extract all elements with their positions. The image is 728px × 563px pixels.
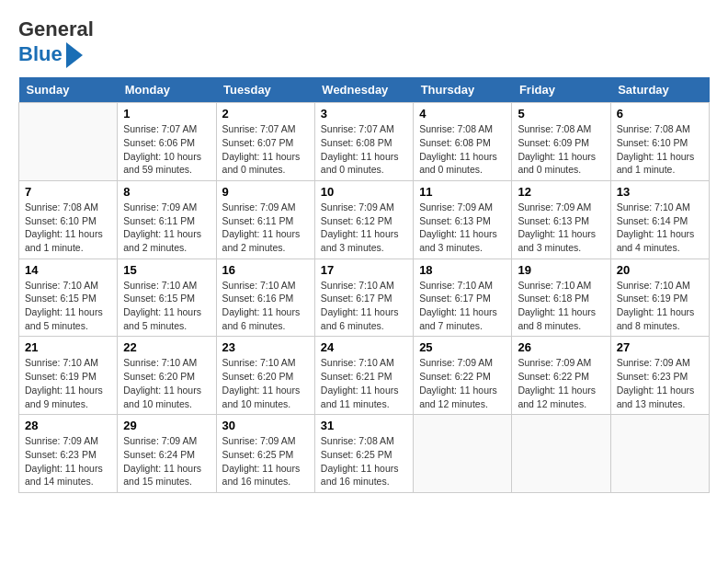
calendar-cell: 31Sunrise: 7:08 AMSunset: 6:25 PMDayligh… [314,415,413,493]
week-row-3: 14Sunrise: 7:10 AMSunset: 6:15 PMDayligh… [19,259,710,337]
weekday-header-monday: Monday [118,77,216,103]
day-info: Sunrise: 7:09 AMSunset: 6:22 PMDaylight:… [518,356,604,410]
calendar-cell: 23Sunrise: 7:10 AMSunset: 6:20 PMDayligh… [216,337,314,415]
day-number: 15 [123,263,210,277]
day-number: 22 [123,340,210,354]
calendar-cell [512,415,610,493]
week-row-5: 28Sunrise: 7:09 AMSunset: 6:23 PMDayligh… [19,415,710,493]
calendar-cell [19,103,118,181]
day-info: Sunrise: 7:09 AMSunset: 6:11 PMDaylight:… [123,201,210,255]
calendar-cell: 18Sunrise: 7:10 AMSunset: 6:17 PMDayligh… [414,259,512,337]
weekday-header-wednesday: Wednesday [314,77,413,103]
day-info: Sunrise: 7:07 AMSunset: 6:06 PMDaylight:… [123,122,210,177]
calendar-cell: 17Sunrise: 7:10 AMSunset: 6:17 PMDayligh… [314,259,413,337]
calendar-cell: 2Sunrise: 7:07 AMSunset: 6:07 PMDaylight… [216,103,314,181]
day-info: Sunrise: 7:10 AMSunset: 6:15 PMDaylight:… [25,279,111,333]
day-info: Sunrise: 7:10 AMSunset: 6:19 PMDaylight:… [25,356,111,410]
calendar-cell: 1Sunrise: 7:07 AMSunset: 6:06 PMDaylight… [118,103,216,181]
calendar-cell: 5Sunrise: 7:08 AMSunset: 6:09 PMDaylight… [512,103,610,181]
day-number: 30 [222,419,309,432]
day-info: Sunrise: 7:09 AMSunset: 6:12 PMDaylight:… [321,201,407,255]
day-number: 4 [419,107,506,121]
day-number: 20 [617,263,703,277]
day-number: 26 [518,340,604,354]
day-info: Sunrise: 7:10 AMSunset: 6:21 PMDaylight:… [321,356,407,410]
day-number: 19 [518,263,604,277]
day-info: Sunrise: 7:10 AMSunset: 6:18 PMDaylight:… [518,279,604,333]
day-info: Sunrise: 7:10 AMSunset: 6:14 PMDaylight:… [617,201,703,255]
calendar-cell: 9Sunrise: 7:09 AMSunset: 6:11 PMDaylight… [216,180,314,259]
day-number: 7 [25,185,111,199]
day-number: 3 [321,107,407,121]
weekday-header-sunday: Sunday [19,77,118,103]
weekday-header-friday: Friday [512,77,610,103]
calendar-cell: 19Sunrise: 7:10 AMSunset: 6:18 PMDayligh… [512,259,610,337]
day-info: Sunrise: 7:07 AMSunset: 6:08 PMDaylight:… [321,122,407,177]
day-info: Sunrise: 7:09 AMSunset: 6:23 PMDaylight:… [25,434,111,488]
calendar-cell: 15Sunrise: 7:10 AMSunset: 6:15 PMDayligh… [118,259,216,337]
day-info: Sunrise: 7:08 AMSunset: 6:10 PMDaylight:… [617,122,703,177]
calendar-cell: 8Sunrise: 7:09 AMSunset: 6:11 PMDaylight… [118,180,216,259]
day-number: 9 [222,185,309,199]
day-info: Sunrise: 7:09 AMSunset: 6:13 PMDaylight:… [419,201,506,255]
day-info: Sunrise: 7:09 AMSunset: 6:13 PMDaylight:… [518,201,604,255]
calendar-table: SundayMondayTuesdayWednesdayThursdayFrid… [18,77,710,493]
weekday-header-thursday: Thursday [414,77,512,103]
calendar-cell: 3Sunrise: 7:07 AMSunset: 6:08 PMDaylight… [314,103,413,181]
day-number: 8 [123,185,210,199]
calendar-cell: 27Sunrise: 7:09 AMSunset: 6:23 PMDayligh… [610,337,709,415]
logo-general: General [18,17,94,40]
day-info: Sunrise: 7:10 AMSunset: 6:15 PMDaylight:… [123,279,210,333]
day-number: 1 [123,107,210,121]
calendar-cell: 20Sunrise: 7:10 AMSunset: 6:19 PMDayligh… [610,259,709,337]
calendar-cell: 4Sunrise: 7:08 AMSunset: 6:08 PMDaylight… [414,103,512,181]
day-info: Sunrise: 7:10 AMSunset: 6:16 PMDaylight:… [222,279,309,333]
calendar-cell: 10Sunrise: 7:09 AMSunset: 6:12 PMDayligh… [314,180,413,259]
logo-blue: Blue [18,42,63,66]
calendar-cell: 12Sunrise: 7:09 AMSunset: 6:13 PMDayligh… [512,180,610,259]
calendar-cell: 21Sunrise: 7:10 AMSunset: 6:19 PMDayligh… [19,337,118,415]
calendar-cell: 29Sunrise: 7:09 AMSunset: 6:24 PMDayligh… [118,415,216,493]
calendar-cell: 25Sunrise: 7:09 AMSunset: 6:22 PMDayligh… [414,337,512,415]
page-header: General Blue [18,18,710,68]
day-number: 2 [222,107,309,121]
week-row-1: 1Sunrise: 7:07 AMSunset: 6:06 PMDaylight… [19,103,710,181]
day-info: Sunrise: 7:10 AMSunset: 6:19 PMDaylight:… [617,279,703,333]
day-number: 13 [617,185,703,199]
day-number: 18 [419,263,506,277]
day-number: 29 [123,419,210,432]
day-info: Sunrise: 7:09 AMSunset: 6:22 PMDaylight:… [419,356,506,410]
logo-arrow-icon [66,42,83,68]
day-info: Sunrise: 7:08 AMSunset: 6:25 PMDaylight:… [321,434,407,488]
day-info: Sunrise: 7:10 AMSunset: 6:17 PMDaylight:… [419,279,506,333]
calendar-cell: 28Sunrise: 7:09 AMSunset: 6:23 PMDayligh… [19,415,118,493]
day-info: Sunrise: 7:10 AMSunset: 6:20 PMDaylight:… [123,356,210,410]
day-number: 17 [321,263,407,277]
day-number: 31 [321,419,407,432]
calendar-cell [610,415,709,493]
day-info: Sunrise: 7:10 AMSunset: 6:17 PMDaylight:… [321,279,407,333]
day-info: Sunrise: 7:09 AMSunset: 6:11 PMDaylight:… [222,201,309,255]
day-number: 27 [617,340,703,354]
day-info: Sunrise: 7:09 AMSunset: 6:24 PMDaylight:… [123,434,210,488]
calendar-cell: 30Sunrise: 7:09 AMSunset: 6:25 PMDayligh… [216,415,314,493]
day-info: Sunrise: 7:08 AMSunset: 6:08 PMDaylight:… [419,122,506,177]
calendar-cell: 14Sunrise: 7:10 AMSunset: 6:15 PMDayligh… [19,259,118,337]
day-number: 11 [419,185,506,199]
weekday-header-tuesday: Tuesday [216,77,314,103]
day-info: Sunrise: 7:09 AMSunset: 6:25 PMDaylight:… [222,434,309,488]
day-info: Sunrise: 7:08 AMSunset: 6:09 PMDaylight:… [518,122,604,177]
calendar-cell: 7Sunrise: 7:08 AMSunset: 6:10 PMDaylight… [19,180,118,259]
day-number: 16 [222,263,309,277]
day-number: 28 [25,419,111,432]
day-number: 25 [419,340,506,354]
day-number: 5 [518,107,604,121]
calendar-cell: 24Sunrise: 7:10 AMSunset: 6:21 PMDayligh… [314,337,413,415]
day-number: 12 [518,185,604,199]
calendar-cell: 26Sunrise: 7:09 AMSunset: 6:22 PMDayligh… [512,337,610,415]
day-info: Sunrise: 7:10 AMSunset: 6:20 PMDaylight:… [222,356,309,410]
calendar-cell: 6Sunrise: 7:08 AMSunset: 6:10 PMDaylight… [610,103,709,181]
calendar-cell: 13Sunrise: 7:10 AMSunset: 6:14 PMDayligh… [610,180,709,259]
calendar-cell [414,415,512,493]
day-info: Sunrise: 7:07 AMSunset: 6:07 PMDaylight:… [222,122,309,177]
